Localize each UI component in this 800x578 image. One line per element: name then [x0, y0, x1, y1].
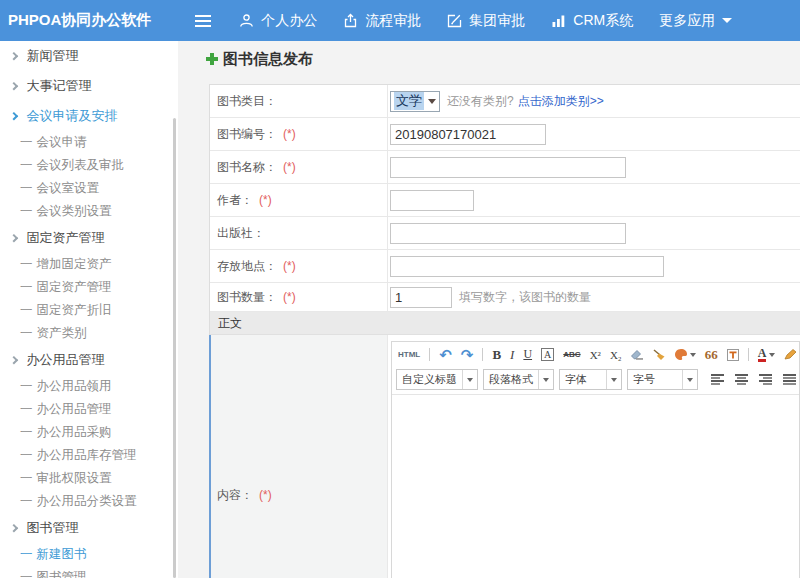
sidebar-item-add-fixed-asset[interactable]: 一增加固定资产: [0, 253, 178, 276]
nav-more-apps[interactable]: 更多应用: [659, 12, 732, 30]
form-row-author: 作者：(*): [210, 184, 800, 217]
author-input[interactable]: [390, 190, 474, 211]
chevron-right-icon: [10, 523, 19, 532]
redo-button[interactable]: ↷: [461, 347, 474, 362]
book-name-input[interactable]: [390, 157, 626, 178]
sidebar-item-meeting-group[interactable]: 会议申请及安排: [0, 101, 178, 131]
main-content: 图书信息发布 图书类目： 文学 还没有类别? 点击添加类别>> 图书编号：(*)…: [178, 41, 800, 578]
select-arrow-icon: [538, 370, 553, 389]
font-size-select[interactable]: 字号: [627, 369, 698, 390]
nav-group-approval[interactable]: 集团审批: [447, 12, 525, 30]
nav-label: 更多应用: [659, 12, 715, 30]
sidebar-item-meeting-category-settings[interactable]: 一会议类别设置: [0, 200, 178, 223]
sidebar-item-approval-permission-settings[interactable]: 一审批权限设置: [0, 467, 178, 490]
sidebar-item-supplies-purchase[interactable]: 一办公用品采购: [0, 421, 178, 444]
quantity-input[interactable]: [390, 287, 452, 308]
underline-button[interactable]: U: [523, 347, 532, 362]
sidebar-item-meeting-apply[interactable]: 一会议申请: [0, 131, 178, 154]
nav-workflow-approval[interactable]: 流程审批: [343, 12, 421, 30]
eraser-icon[interactable]: [631, 349, 644, 360]
book-no-input[interactable]: [390, 124, 546, 145]
editor-toolbar-row1: HTML ↶ ↷ B I U A ABC X² X₂: [392, 342, 799, 367]
add-category-link[interactable]: 点击添加类别>>: [518, 93, 604, 110]
divider: [482, 348, 483, 361]
sidebar-item-meeting-list-approval[interactable]: 一会议列表及审批: [0, 154, 178, 177]
editor-content[interactable]: [392, 394, 799, 578]
category-hint: 还没有类别?: [447, 93, 514, 110]
autotypeset-button[interactable]: A: [541, 348, 554, 361]
italic-button[interactable]: I: [510, 347, 514, 363]
nav-personal-office[interactable]: 个人办公: [239, 12, 317, 30]
subscript-button[interactable]: X₂: [610, 349, 622, 361]
dropdown-arrow-icon: [690, 353, 696, 357]
sidebar-item-book-management-group[interactable]: 图书管理: [0, 513, 178, 543]
nav-label: 个人办公: [261, 12, 317, 30]
select-arrow-icon: [682, 370, 697, 389]
chevron-right-icon: [10, 233, 19, 242]
sidebar-item-supplies-inventory[interactable]: 一办公用品库存管理: [0, 444, 178, 467]
blockquote-button[interactable]: 66: [705, 347, 718, 363]
align-left-button[interactable]: [711, 374, 724, 385]
sidebar-item-memorabilia[interactable]: 大事记管理: [0, 71, 178, 101]
nav-crm-system[interactable]: CRM系统: [551, 12, 633, 30]
select-arrow-icon: [428, 99, 436, 104]
form-row-book-name: 图书名称：(*): [210, 151, 800, 184]
dash-icon: 一: [20, 203, 33, 220]
category-select[interactable]: 文学: [390, 91, 440, 112]
dash-icon: 一: [20, 493, 33, 510]
sidebar-item-fixed-asset-management[interactable]: 一固定资产管理: [0, 276, 178, 299]
font-color-button[interactable]: A: [758, 347, 776, 362]
select-arrow-icon: [606, 370, 621, 389]
chevron-right-icon: [10, 51, 19, 60]
sidebar-item-news[interactable]: 新闻管理: [0, 41, 178, 71]
format-brush-icon[interactable]: [653, 349, 666, 361]
book-form: 图书类目： 文学 还没有类别? 点击添加类别>> 图书编号：(*) 图书名称：(…: [209, 84, 800, 578]
paint-format-button[interactable]: [675, 349, 696, 360]
bar-chart-icon: [551, 13, 566, 28]
section-header-body: 正文: [210, 312, 800, 335]
dash-icon: 一: [20, 256, 33, 273]
background-color-button[interactable]: [784, 349, 799, 360]
sidebar-item-meeting-room-settings[interactable]: 一会议室设置: [0, 177, 178, 200]
source-code-button[interactable]: HTML: [398, 350, 420, 359]
sidebar-item-book-management[interactable]: 一图书管理: [0, 566, 178, 578]
quantity-label: 图书数量：: [217, 289, 277, 306]
sidebar-scrollbar[interactable]: [173, 118, 176, 578]
sidebar-item-supplies-management[interactable]: 一办公用品管理: [0, 398, 178, 421]
chevron-down-icon: [722, 18, 732, 23]
sidebar: 新闻管理 大事记管理 会议申请及安排 一会议申请 一会议列表及审批 一会议室设置…: [0, 41, 178, 578]
sidebar-item-fixed-assets-group[interactable]: 固定资产管理: [0, 223, 178, 253]
required-marker: (*): [283, 259, 296, 273]
bold-button[interactable]: B: [492, 347, 501, 363]
form-row-publisher: 出版社：: [210, 217, 800, 250]
sidebar-item-office-supplies-group[interactable]: 办公用品管理: [0, 345, 178, 375]
page-title: 图书信息发布: [206, 49, 800, 69]
align-justify-button[interactable]: [783, 374, 796, 385]
sidebar-item-supplies-classification[interactable]: 一办公用品分类设置: [0, 490, 178, 513]
undo-button[interactable]: ↶: [439, 347, 452, 362]
align-center-button[interactable]: [735, 374, 748, 385]
strikethrough-button[interactable]: ABC: [563, 350, 580, 359]
content-label: 内容：: [217, 487, 253, 504]
sidebar-item-fixed-asset-depreciation[interactable]: 一固定资产折旧: [0, 299, 178, 322]
top-nav: 个人办公 流程审批 集团审批 CRM系统 更多应用: [239, 12, 758, 30]
required-marker: (*): [283, 127, 296, 141]
custom-title-select[interactable]: 自定义标题: [396, 369, 478, 390]
form-row-location: 存放地点：(*): [210, 250, 800, 283]
align-right-button[interactable]: [759, 374, 772, 385]
paste-from-word-icon[interactable]: [727, 349, 739, 361]
sidebar-item-supplies-requisition[interactable]: 一办公用品领用: [0, 375, 178, 398]
font-family-select[interactable]: 字体: [559, 369, 622, 390]
sidebar-item-new-book[interactable]: 一新建图书: [0, 543, 178, 566]
dash-icon: 一: [20, 134, 33, 151]
book-no-label: 图书编号：: [217, 126, 277, 143]
sidebar-item-asset-category[interactable]: 一资产类别: [0, 322, 178, 345]
chevron-right-icon: [10, 355, 19, 364]
location-input[interactable]: [390, 256, 664, 277]
superscript-button[interactable]: X²: [590, 349, 601, 361]
select-arrow-icon: [462, 370, 477, 389]
publisher-input[interactable]: [390, 223, 626, 244]
paragraph-format-select[interactable]: 段落格式: [483, 369, 554, 390]
menu-toggle-icon[interactable]: [195, 15, 211, 27]
workflow-icon: [343, 13, 358, 28]
